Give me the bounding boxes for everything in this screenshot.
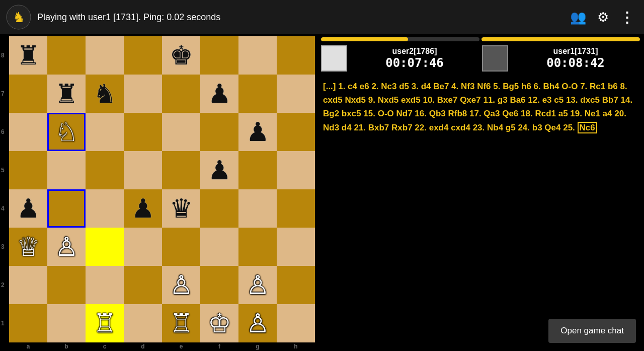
header-actions: 👥 ⚙ ⋮ (570, 9, 634, 26)
piece-g6: ♟ (246, 119, 270, 145)
piece-g2: ♙ (246, 272, 270, 298)
board-cell-e5[interactable] (162, 151, 200, 189)
board-cell-g4[interactable] (238, 189, 277, 228)
board-cell-d5[interactable] (124, 151, 162, 189)
board-cell-d7[interactable] (124, 75, 162, 113)
board-cell-e3[interactable] (162, 228, 200, 266)
rank-label-5: 5 (1, 151, 5, 189)
board-cell-d3[interactable] (124, 228, 162, 266)
board-cell-d8[interactable] (124, 36, 162, 75)
board-cell-a8[interactable]: ♜ (9, 36, 47, 75)
board-cell-e2[interactable]: ♙ (162, 266, 200, 304)
board-cell-h8[interactable] (277, 36, 315, 75)
progress-bars (317, 34, 644, 42)
board-cell-d4[interactable]: ♟ (124, 189, 162, 228)
piece-a3: ♕ (17, 234, 40, 260)
open-game-chat-button[interactable]: Open game chat (548, 319, 636, 343)
right-panel: user2[1786] 00:07:46 user1[1731] 00:08:4… (317, 34, 644, 351)
app-header: ♞ Playing with user1 [1731]. Ping: 0.02 … (0, 0, 644, 34)
player2-timer: 00:07:46 (350, 56, 479, 70)
board-cell-g3[interactable] (238, 228, 277, 266)
piece-f5: ♟ (208, 157, 231, 183)
game-status-title: Playing with user1 [1731]. Ping: 0.02 se… (37, 12, 570, 23)
board-cell-f6[interactable] (200, 113, 238, 151)
file-label-e: e (162, 343, 200, 350)
board-cell-f2[interactable] (200, 266, 238, 304)
board-cell-f8[interactable] (200, 36, 238, 75)
board-cell-b4[interactable] (47, 189, 86, 228)
board-cell-g1[interactable]: ♙ (238, 304, 277, 342)
file-label-c: c (86, 343, 124, 350)
piece-b7: ♜ (55, 81, 78, 107)
board-cell-g2[interactable]: ♙ (238, 266, 277, 304)
file-label-a: a (9, 343, 47, 350)
board-cell-a1[interactable] (9, 304, 47, 342)
move-history: [...] 1. c4 e6 2. Nc3 d5 3. d4 Be7 4. Nf… (317, 75, 644, 311)
piece-g1: ♙ (246, 310, 270, 336)
board-cell-e4[interactable]: ♛ (162, 189, 200, 228)
board-cell-c4[interactable] (86, 189, 124, 228)
piece-d4: ♟ (131, 195, 155, 222)
svg-text:♞: ♞ (13, 10, 25, 25)
board-cell-g6[interactable]: ♟ (238, 113, 277, 151)
board-cell-b7[interactable]: ♜ (47, 75, 86, 113)
board-cell-f3[interactable] (200, 228, 238, 266)
piece-b3: ♙ (55, 234, 78, 260)
board-cell-b3[interactable]: ♙ (47, 228, 86, 266)
board-cell-f5[interactable]: ♟ (200, 151, 238, 189)
file-label-g: g (238, 343, 277, 350)
board-cell-g5[interactable] (238, 151, 277, 189)
board-cell-g8[interactable] (238, 36, 277, 75)
board-cell-d1[interactable] (124, 304, 162, 342)
board-cell-e1[interactable]: ♖ (162, 304, 200, 342)
board-cell-c2[interactable] (86, 266, 124, 304)
board-cell-h3[interactable] (277, 228, 315, 266)
board-cell-a3[interactable]: ♕ (9, 228, 47, 266)
board-cell-h5[interactable] (277, 151, 315, 189)
users-icon[interactable]: 👥 (570, 10, 586, 25)
board-cell-b1[interactable] (47, 304, 86, 342)
board-cell-b5[interactable] (47, 151, 86, 189)
board-cell-c1[interactable]: ♖ (86, 304, 124, 342)
board-cell-c3[interactable] (86, 228, 124, 266)
rank-label-3: 3 (1, 228, 5, 266)
board-cell-e6[interactable] (162, 113, 200, 151)
board-cell-e8[interactable]: ♚ (162, 36, 200, 75)
piece-a8: ♜ (17, 42, 40, 68)
player1-avatar (482, 45, 508, 72)
board-cell-c7[interactable]: ♞ (86, 75, 124, 113)
board-cell-a5[interactable] (9, 151, 47, 189)
board-cell-f7[interactable]: ♟ (200, 75, 238, 113)
board-cell-h1[interactable] (277, 304, 315, 342)
board-cell-h2[interactable] (277, 266, 315, 304)
board-cell-h4[interactable] (277, 189, 315, 228)
board-cell-c8[interactable] (86, 36, 124, 75)
more-options-icon[interactable]: ⋮ (620, 9, 634, 26)
board-cell-c5[interactable] (86, 151, 124, 189)
rank-label-2: 2 (1, 266, 5, 304)
board-cell-b2[interactable] (47, 266, 86, 304)
board-cell-d6[interactable] (124, 113, 162, 151)
board-cell-a2[interactable] (9, 266, 47, 304)
board-cell-h6[interactable] (277, 113, 315, 151)
player2-avatar (321, 45, 347, 72)
board-cell-d2[interactable] (124, 266, 162, 304)
settings-icon[interactable]: ⚙ (597, 10, 609, 25)
board-cell-g7[interactable] (238, 75, 277, 113)
player1-timer: 00:08:42 (511, 56, 640, 70)
board-cell-f1[interactable]: ♔ (200, 304, 238, 342)
piece-f1: ♔ (208, 310, 231, 336)
chess-board[interactable]: ♜♚♜♞♟♘♟♟♟♟♛♕♙♙♙♖♖♔♙ (9, 36, 315, 342)
board-cell-h7[interactable] (277, 75, 315, 113)
player2-info: user2[1786] 00:07:46 (350, 47, 479, 70)
board-cell-c6[interactable] (86, 113, 124, 151)
board-cell-b6[interactable]: ♘ (47, 113, 86, 151)
board-cell-a4[interactable]: ♟ (9, 189, 47, 228)
board-cell-e7[interactable] (162, 75, 200, 113)
board-cell-a7[interactable] (9, 75, 47, 113)
app-logo: ♞ (6, 5, 31, 30)
board-cell-a6[interactable] (9, 113, 47, 151)
board-cell-b8[interactable] (47, 36, 86, 75)
board-cell-f4[interactable] (200, 189, 238, 228)
players-section: user2[1786] 00:07:46 user1[1731] 00:08:4… (317, 42, 644, 75)
